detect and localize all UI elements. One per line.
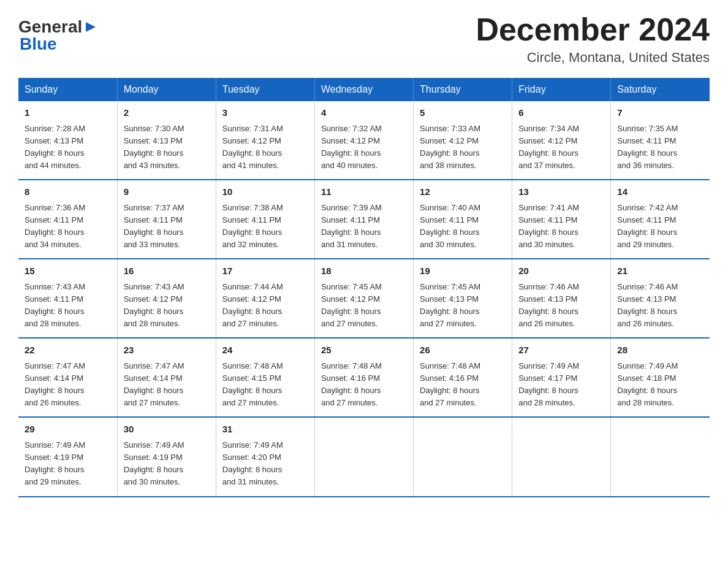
day-number: 26: [420, 343, 506, 358]
day-info: Sunrise: 7:49 AMSunset: 4:20 PMDaylight:…: [222, 440, 283, 486]
day-info: Sunrise: 7:47 AMSunset: 4:14 PMDaylight:…: [25, 361, 85, 407]
calendar-cell: 30 Sunrise: 7:49 AMSunset: 4:19 PMDaylig…: [117, 417, 216, 496]
day-info: Sunrise: 7:45 AMSunset: 4:12 PMDaylight:…: [321, 282, 382, 328]
calendar-cell: 1 Sunrise: 7:28 AMSunset: 4:13 PMDayligh…: [18, 101, 117, 180]
calendar-cell: 31 Sunrise: 7:49 AMSunset: 4:20 PMDaylig…: [216, 417, 314, 496]
logo-blue-text: Blue: [20, 36, 57, 53]
calendar-cell: 11 Sunrise: 7:39 AMSunset: 4:11 PMDaylig…: [314, 180, 413, 259]
calendar-cell: 15 Sunrise: 7:43 AMSunset: 4:11 PMDaylig…: [18, 259, 117, 338]
calendar-week-5: 29 Sunrise: 7:49 AMSunset: 4:19 PMDaylig…: [18, 417, 710, 496]
day-number: 31: [222, 423, 308, 437]
day-info: Sunrise: 7:30 AMSunset: 4:13 PMDaylight:…: [124, 124, 184, 170]
day-info: Sunrise: 7:40 AMSunset: 4:11 PMDaylight:…: [420, 203, 480, 249]
header-tuesday: Tuesday: [216, 78, 314, 101]
header-monday: Monday: [117, 78, 216, 101]
day-number: 17: [222, 264, 308, 278]
day-info: Sunrise: 7:32 AMSunset: 4:12 PMDaylight:…: [321, 124, 382, 170]
day-number: 13: [518, 185, 604, 199]
header-saturday: Saturday: [611, 78, 710, 101]
day-info: Sunrise: 7:38 AMSunset: 4:11 PMDaylight:…: [222, 203, 283, 249]
day-info: Sunrise: 7:48 AMSunset: 4:16 PMDaylight:…: [321, 361, 382, 407]
day-info: Sunrise: 7:43 AMSunset: 4:11 PMDaylight:…: [25, 282, 85, 328]
calendar-cell: 24 Sunrise: 7:48 AMSunset: 4:15 PMDaylig…: [216, 338, 314, 417]
calendar-cell: 28 Sunrise: 7:49 AMSunset: 4:18 PMDaylig…: [611, 338, 710, 417]
calendar-cell: 4 Sunrise: 7:32 AMSunset: 4:12 PMDayligh…: [314, 101, 413, 180]
header-wednesday: Wednesday: [314, 78, 413, 101]
day-number: 8: [25, 185, 111, 199]
day-number: 2: [124, 106, 210, 120]
calendar-cell: 12 Sunrise: 7:40 AMSunset: 4:11 PMDaylig…: [414, 180, 512, 259]
calendar-cell: 26 Sunrise: 7:48 AMSunset: 4:16 PMDaylig…: [414, 338, 512, 417]
day-info: Sunrise: 7:28 AMSunset: 4:13 PMDaylight:…: [25, 124, 85, 170]
day-number: 27: [518, 343, 604, 358]
calendar-cell: 14 Sunrise: 7:42 AMSunset: 4:11 PMDaylig…: [611, 180, 710, 259]
header-sunday: Sunday: [18, 78, 117, 101]
day-info: Sunrise: 7:36 AMSunset: 4:11 PMDaylight:…: [25, 203, 85, 249]
day-number: 1: [25, 106, 111, 120]
title-area: December 2024 Circle, Montana, United St…: [476, 12, 710, 66]
page-header: General Blue December 2024 Circle, Monta…: [18, 12, 710, 66]
day-info: Sunrise: 7:34 AMSunset: 4:12 PMDaylight:…: [518, 124, 579, 170]
day-number: 28: [617, 343, 703, 358]
day-number: 15: [25, 264, 111, 278]
calendar-cell: 19 Sunrise: 7:45 AMSunset: 4:13 PMDaylig…: [414, 259, 512, 338]
calendar-cell: 22 Sunrise: 7:47 AMSunset: 4:14 PMDaylig…: [18, 338, 117, 417]
calendar-cell: [314, 417, 413, 496]
day-number: 10: [222, 185, 308, 199]
calendar-cell: [611, 417, 710, 496]
day-number: 23: [124, 343, 210, 358]
day-number: 3: [222, 106, 308, 120]
logo: General Blue: [18, 18, 98, 53]
calendar-cell: 7 Sunrise: 7:35 AMSunset: 4:11 PMDayligh…: [611, 101, 710, 180]
day-number: 21: [617, 264, 703, 278]
calendar-cell: 20 Sunrise: 7:46 AMSunset: 4:13 PMDaylig…: [512, 259, 611, 338]
calendar-cell: 10 Sunrise: 7:38 AMSunset: 4:11 PMDaylig…: [216, 180, 314, 259]
calendar-cell: 6 Sunrise: 7:34 AMSunset: 4:12 PMDayligh…: [512, 101, 611, 180]
day-info: Sunrise: 7:49 AMSunset: 4:18 PMDaylight:…: [617, 361, 678, 407]
calendar-cell: 17 Sunrise: 7:44 AMSunset: 4:12 PMDaylig…: [216, 259, 314, 338]
calendar-week-4: 22 Sunrise: 7:47 AMSunset: 4:14 PMDaylig…: [18, 338, 710, 417]
day-number: 30: [124, 423, 210, 437]
calendar-cell: 25 Sunrise: 7:48 AMSunset: 4:16 PMDaylig…: [314, 338, 413, 417]
calendar-cell: 5 Sunrise: 7:33 AMSunset: 4:12 PMDayligh…: [414, 101, 512, 180]
calendar-cell: 29 Sunrise: 7:49 AMSunset: 4:19 PMDaylig…: [18, 417, 117, 496]
day-number: 20: [518, 264, 604, 278]
calendar-week-3: 15 Sunrise: 7:43 AMSunset: 4:11 PMDaylig…: [18, 259, 710, 338]
calendar-cell: 23 Sunrise: 7:47 AMSunset: 4:14 PMDaylig…: [117, 338, 216, 417]
day-number: 7: [617, 106, 703, 120]
day-number: 29: [25, 423, 111, 437]
day-info: Sunrise: 7:49 AMSunset: 4:19 PMDaylight:…: [124, 440, 184, 486]
calendar-cell: 16 Sunrise: 7:43 AMSunset: 4:12 PMDaylig…: [117, 259, 216, 338]
calendar-week-2: 8 Sunrise: 7:36 AMSunset: 4:11 PMDayligh…: [18, 180, 710, 259]
calendar-cell: 2 Sunrise: 7:30 AMSunset: 4:13 PMDayligh…: [117, 101, 216, 180]
logo-general-text: General: [18, 18, 82, 36]
calendar-cell: 18 Sunrise: 7:45 AMSunset: 4:12 PMDaylig…: [314, 259, 413, 338]
day-info: Sunrise: 7:48 AMSunset: 4:16 PMDaylight:…: [420, 361, 480, 407]
day-info: Sunrise: 7:45 AMSunset: 4:13 PMDaylight:…: [420, 282, 480, 328]
day-info: Sunrise: 7:49 AMSunset: 4:17 PMDaylight:…: [518, 361, 579, 407]
day-info: Sunrise: 7:49 AMSunset: 4:19 PMDaylight:…: [25, 440, 85, 486]
calendar-cell: 8 Sunrise: 7:36 AMSunset: 4:11 PMDayligh…: [18, 180, 117, 259]
day-info: Sunrise: 7:46 AMSunset: 4:13 PMDaylight:…: [518, 282, 579, 328]
day-info: Sunrise: 7:41 AMSunset: 4:11 PMDaylight:…: [518, 203, 579, 249]
header-row: Sunday Monday Tuesday Wednesday Thursday…: [18, 78, 710, 101]
day-info: Sunrise: 7:46 AMSunset: 4:13 PMDaylight:…: [617, 282, 678, 328]
location-title: Circle, Montana, United States: [476, 50, 710, 66]
day-info: Sunrise: 7:48 AMSunset: 4:15 PMDaylight:…: [222, 361, 283, 407]
day-number: 5: [420, 106, 506, 120]
day-number: 12: [420, 185, 506, 199]
calendar-cell: 3 Sunrise: 7:31 AMSunset: 4:12 PMDayligh…: [216, 101, 314, 180]
day-info: Sunrise: 7:44 AMSunset: 4:12 PMDaylight:…: [222, 282, 283, 328]
day-number: 18: [321, 264, 407, 278]
calendar-cell: 13 Sunrise: 7:41 AMSunset: 4:11 PMDaylig…: [512, 180, 611, 259]
header-thursday: Thursday: [414, 78, 512, 101]
calendar-header: Sunday Monday Tuesday Wednesday Thursday…: [18, 78, 710, 101]
day-number: 24: [222, 343, 308, 358]
header-friday: Friday: [512, 78, 611, 101]
day-number: 14: [617, 185, 703, 199]
day-number: 6: [518, 106, 604, 120]
logo-arrow-icon: [83, 20, 97, 34]
month-title: December 2024: [476, 12, 710, 47]
calendar-cell: 27 Sunrise: 7:49 AMSunset: 4:17 PMDaylig…: [512, 338, 611, 417]
day-info: Sunrise: 7:31 AMSunset: 4:12 PMDaylight:…: [222, 124, 283, 170]
